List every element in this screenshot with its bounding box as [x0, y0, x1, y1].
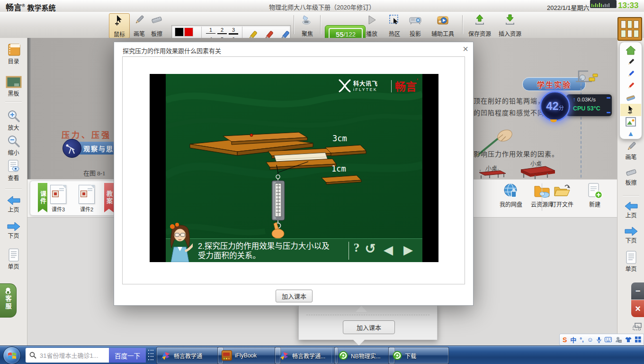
- video-next-button[interactable]: ▶: [400, 243, 417, 257]
- right-prev-page[interactable]: 上页: [617, 201, 644, 219]
- ime-mode-toggle[interactable]: 中: [570, 335, 576, 344]
- help-button[interactable]: ?: [351, 241, 362, 255]
- taskbar-app-changyan2[interactable]: 畅言教学通...: [275, 347, 338, 364]
- play-button[interactable]: 播放: [363, 13, 381, 37]
- taskbar-separator: [331, 348, 333, 363]
- courseware-file-2[interactable]: 课件2: [79, 185, 95, 213]
- figure-reference-text: 在图 8-1: [83, 168, 106, 177]
- courseware-tab[interactable]: 课件: [38, 183, 47, 212]
- upload-arrow-icon: [474, 14, 485, 26]
- open-file-button[interactable]: 打开文件: [546, 182, 578, 208]
- screen: 畅言® 教学系统 物理北师大八年级下册（2020年修订） 2022/1/1星期六…: [0, 0, 644, 364]
- taskbar-app-nb-physics[interactable]: NB物理实...: [334, 347, 395, 364]
- dialog-close-button[interactable]: ×: [460, 43, 471, 55]
- pen-tool-button[interactable]: 画笔: [130, 13, 149, 37]
- panel-eraser-button[interactable]: [626, 92, 636, 104]
- sidebar-item-single-page[interactable]: 单页: [0, 248, 27, 270]
- punctuation-toggle-icon[interactable]: °,: [580, 337, 583, 343]
- thickness-1[interactable]: 1: [205, 27, 216, 35]
- board-eraser-icon: [625, 167, 638, 178]
- my-netdisk-button[interactable]: 我的网盘: [495, 182, 527, 208]
- panel-cursor-button[interactable]: [620, 104, 641, 116]
- caption-line1: 2.探究压力的作用效果与压力大小以及: [198, 241, 330, 251]
- sidebar-item-view[interactable]: 查看: [0, 159, 27, 182]
- small-table-image-1: [476, 169, 507, 179]
- sidebar-item-next-page[interactable]: 下页: [0, 222, 27, 239]
- right-next-page[interactable]: 下页: [617, 227, 644, 244]
- courseware-file-1[interactable]: 课件3: [50, 185, 66, 213]
- focus-tool-button[interactable]: 聚焦: [297, 13, 317, 37]
- svg-text:10: 10: [619, 340, 622, 343]
- popup-add-to-book-button[interactable]: 加入课本: [343, 320, 395, 334]
- sidebar-item-zoom-in[interactable]: 放大: [0, 109, 27, 131]
- taskbar-app-changyan1[interactable]: 畅言教学通: [156, 347, 224, 364]
- baidu-search-button[interactable]: 百度一下: [109, 348, 146, 363]
- eraser-tool-button[interactable]: 板擦: [147, 13, 167, 37]
- pen-blue-button[interactable]: [626, 68, 635, 80]
- sidebar-item-toc[interactable]: 目录: [0, 43, 27, 65]
- chevron-up-icon: ▲: [627, 129, 635, 137]
- sidebar-item-blackboard[interactable]: 黑板: [0, 76, 27, 97]
- sidebar-divider: [623, 195, 639, 196]
- sogou-logo-icon[interactable]: S: [563, 336, 567, 344]
- microphone-icon[interactable]: [597, 337, 601, 343]
- thickness-2[interactable]: 2: [216, 27, 228, 35]
- insert-resource-button[interactable]: 插入资源: [496, 13, 524, 37]
- minimize-button[interactable]: −: [631, 282, 644, 300]
- label-3cm: 3cm: [332, 134, 347, 143]
- thickness-3[interactable]: 3: [228, 27, 239, 35]
- upload-arrow-icon: ↑: [573, 97, 576, 102]
- customer-service-tab[interactable]: 客服: [0, 283, 17, 318]
- skin-shirt-icon[interactable]: [625, 337, 632, 343]
- hotzone-button[interactable]: 热区: [385, 13, 404, 37]
- pen-red-button[interactable]: [626, 80, 635, 92]
- next-page-arrow-icon: [7, 222, 20, 231]
- toolbar-separator: [294, 15, 294, 34]
- save-resource-button[interactable]: 保存资源: [466, 13, 493, 37]
- aux-tools-button[interactable]: 辅助工具: [428, 13, 458, 37]
- right-eraser-button[interactable]: 板擦: [617, 167, 644, 186]
- resource-wall-button[interactable]: [617, 17, 642, 41]
- mouse-tool-button[interactable]: 鼠标: [109, 13, 130, 38]
- chapter-title: 压力、压强: [62, 128, 111, 140]
- color-red-swatch[interactable]: [184, 27, 193, 36]
- emoji-icon[interactable]: ☺: [587, 336, 593, 343]
- taskbar-app-download[interactable]: 下载: [388, 347, 449, 364]
- image-icon: [626, 117, 636, 127]
- close-button[interactable]: ×: [631, 300, 644, 317]
- caption-divider: [349, 242, 349, 260]
- panel-collapse-button[interactable]: ▲: [627, 128, 635, 139]
- taskbar-search-box[interactable]: 31省份增本土确诊1...: [26, 348, 109, 363]
- new-file-button[interactable]: 新建: [581, 182, 609, 208]
- projector-button[interactable]: 投影: [406, 13, 425, 37]
- video-player[interactable]: 科大讯飞 iFLYTEK 畅言’ 3cm 1cm 2.探究压力的作用效果与压力大…: [150, 74, 438, 262]
- prev-page-arrow-icon: [625, 201, 638, 211]
- widget-drag-handle[interactable]: [148, 350, 154, 361]
- start-button[interactable]: [3, 346, 21, 364]
- download-arrow-icon: [504, 14, 516, 26]
- black-pencil-icon: [626, 57, 635, 67]
- color-black-swatch[interactable]: [175, 27, 184, 36]
- right-pen-button[interactable]: 画笔: [617, 140, 644, 161]
- pen-black-button[interactable]: [626, 56, 635, 68]
- document-title: 物理北师大八年级下册（2020年修订）: [227, 2, 417, 11]
- sidebar-item-zoom-out[interactable]: 缩小: [0, 134, 27, 156]
- home-button[interactable]: [626, 44, 636, 56]
- modal-add-to-book-button[interactable]: 加入课本: [276, 290, 313, 302]
- windows-logo-icon: [8, 351, 17, 360]
- keyboard-icon[interactable]: [605, 337, 612, 342]
- lesson-plan-tab[interactable]: 教案: [104, 183, 114, 212]
- toolbar-separator: [320, 15, 321, 34]
- right-single-page[interactable]: 单页: [617, 250, 644, 273]
- toolbox-grid-icon[interactable]: [635, 337, 641, 343]
- panel-image-button[interactable]: [626, 116, 636, 128]
- taskbar-app-iflybook[interactable]: iFlyBook: [217, 347, 281, 364]
- replay-button[interactable]: ↺: [363, 241, 378, 256]
- sidebar-item-prev-page[interactable]: 上页: [0, 196, 27, 213]
- spotlight-lamp-icon: [301, 14, 313, 26]
- system-monitor-panel[interactable]: ↑ 0.03K/s CPU 53°C: [566, 94, 612, 116]
- score-ring-widget[interactable]: 42 分: [540, 91, 570, 121]
- video-prev-button[interactable]: ◀: [380, 243, 397, 257]
- user-badge-icon[interactable]: 10: [615, 337, 622, 343]
- restore-window-button[interactable]: [632, 322, 643, 331]
